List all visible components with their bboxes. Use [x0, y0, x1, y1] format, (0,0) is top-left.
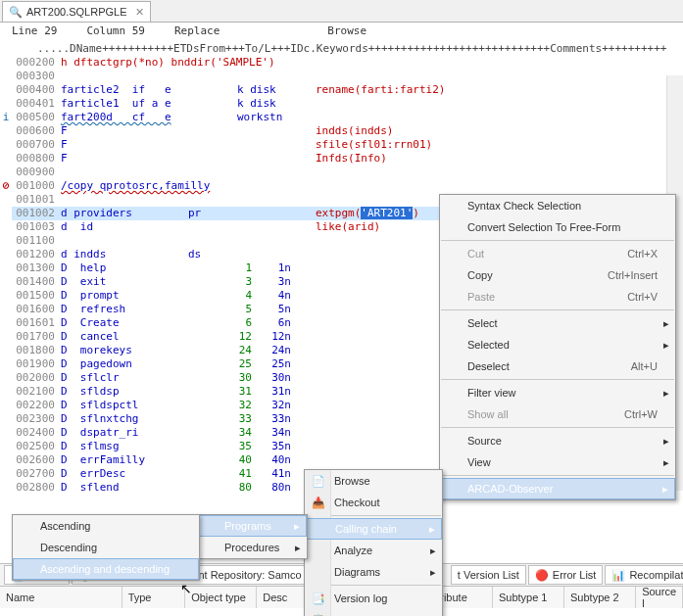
menu-paste[interactable]: PasteCtrl+V — [440, 286, 675, 308]
menu-show-all[interactable]: Show allCtrl+W — [440, 403, 675, 425]
editor-tab[interactable]: 🔍 ART200.SQLRPGLE ✕ — [2, 1, 151, 22]
menu-cut[interactable]: CutCtrl+X — [440, 243, 675, 264]
menu-programs[interactable]: Programs▸ — [197, 515, 307, 537]
chevron-right-icon: ▸ — [663, 435, 669, 448]
context-menu-calling-chain: Programs▸ Procedures▸ — [196, 514, 308, 559]
chevron-right-icon: ▸ — [663, 456, 669, 469]
editor-tabbar: 🔍 ART200.SQLRPGLE ✕ — [0, 0, 683, 23]
recompile-icon: 📊 — [611, 569, 625, 582]
col-object-type[interactable]: Object type — [185, 587, 257, 608]
menu-source[interactable]: Source▸ — [440, 430, 675, 451]
editor-status: Line 29 Column 59 Replace Browse — [0, 23, 683, 42]
menu-view[interactable]: View▸ — [440, 451, 675, 473]
chevron-right-icon: ▸ — [294, 520, 300, 533]
menu-deselect[interactable]: DeselectAlt+U — [440, 355, 675, 377]
chevron-right-icon: ▸ — [663, 317, 669, 330]
chevron-right-icon: ▸ — [663, 339, 669, 352]
menu-ascending-descending[interactable]: Ascending and descending — [13, 558, 199, 580]
chevron-right-icon: ▸ — [663, 387, 669, 400]
info-marker-icon[interactable]: i — [0, 111, 12, 124]
col-source[interactable]: Source l — [636, 587, 683, 608]
chevron-right-icon: ▸ — [430, 545, 436, 557]
menu-convert-freeform[interactable]: Convert Selection To Free-Form — [440, 216, 675, 238]
tab-recompilation-list[interactable]: 📊Recompilation List — [605, 565, 683, 585]
menu-descending[interactable]: Descending — [13, 537, 199, 558]
col-type[interactable]: Type — [122, 587, 186, 608]
close-icon[interactable]: ✕ — [135, 6, 144, 19]
chevron-right-icon: ▸ — [430, 566, 436, 579]
menu-version-log[interactable]: 📑Version log — [305, 588, 442, 609]
download-icon: 📥 — [311, 497, 326, 509]
col-subtype1[interactable]: Subtype 1 — [493, 587, 564, 608]
menu-diagrams[interactable]: Diagrams▸ — [305, 561, 442, 583]
error-icon: 🔴 — [535, 569, 549, 582]
menu-syntax-check[interactable]: Syntax Check Selection — [440, 195, 675, 216]
document-icon: 📄 — [311, 475, 326, 488]
tab-error-list[interactable]: 🔴Error List — [528, 565, 604, 585]
menu-add-worklist[interactable]: 📋Add to worklist — [305, 609, 442, 616]
log-icon: 📑 — [311, 592, 326, 605]
chevron-right-icon: ▸ — [662, 483, 668, 496]
chevron-right-icon: ▸ — [429, 523, 435, 536]
context-menu-programs: Ascending Descending Ascending and desce… — [12, 514, 200, 581]
tab-version-list[interactable]: t Version List — [451, 565, 526, 585]
col-subtype2[interactable]: Subtype 2 — [564, 587, 636, 608]
tab-title: ART200.SQLRPGLE — [26, 6, 127, 18]
search-icon: 🔍 — [9, 6, 23, 19]
menu-analyze[interactable]: Analyze▸ — [305, 540, 442, 561]
menu-calling-chain[interactable]: Calling chain▸ — [305, 518, 442, 540]
menu-select[interactable]: Select▸ — [440, 312, 675, 334]
menu-browse[interactable]: 📄Browse — [305, 470, 442, 492]
menu-arcad-observer[interactable]: ARCAD-Observer▸ — [440, 478, 675, 499]
chevron-right-icon: ▸ — [295, 542, 301, 554]
error-marker-icon[interactable]: ⊘ — [0, 179, 12, 193]
menu-filter-view[interactable]: Filter view▸ — [440, 382, 675, 403]
col-name[interactable]: Name — [0, 587, 122, 608]
context-menu-main: Syntax Check Selection Convert Selection… — [439, 194, 676, 500]
menu-checkout[interactable]: 📥Checkout — [305, 492, 442, 513]
context-menu-arcad: 📄Browse 📥Checkout Calling chain▸ Analyze… — [304, 469, 443, 616]
menu-copy[interactable]: CopyCtrl+Insert — [440, 264, 675, 286]
menu-procedures[interactable]: Procedures▸ — [197, 537, 307, 558]
menu-ascending[interactable]: Ascending — [13, 515, 199, 537]
column-ruler: .....DName+++++++++++ETDsFrom+++To/L+++I… — [0, 42, 683, 56]
menu-selected[interactable]: Selected▸ — [440, 334, 675, 355]
